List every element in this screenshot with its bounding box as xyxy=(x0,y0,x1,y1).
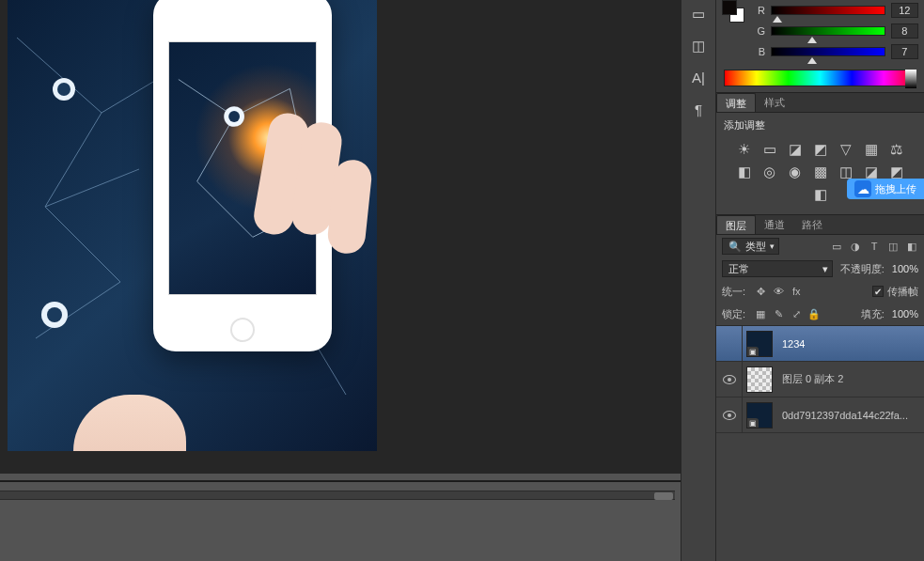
g-channel-label: G xyxy=(754,25,765,37)
scrollbar-thumb[interactable] xyxy=(654,492,673,500)
layer-thumbnail[interactable] xyxy=(746,366,773,393)
vibrance-icon[interactable]: ▽ xyxy=(837,142,855,157)
panel-icon[interactable]: ▭ xyxy=(687,4,710,24)
opacity-value[interactable]: 100% xyxy=(892,263,918,274)
canvas-area[interactable] xyxy=(0,0,681,474)
photo-filter-icon[interactable]: ◎ xyxy=(760,164,779,179)
paragraph-panel-icon[interactable]: ¶ xyxy=(687,100,710,120)
svg-line-1 xyxy=(45,113,102,207)
layer-visibility-toggle[interactable] xyxy=(716,397,743,432)
bw-icon[interactable]: ◧ xyxy=(735,164,754,179)
g-channel-value[interactable]: 8 xyxy=(891,23,918,39)
layer-row[interactable]: 图层 0 副本 2 xyxy=(716,362,924,397)
color-balance-icon[interactable]: ⚖ xyxy=(887,142,906,157)
hue-sat-icon[interactable]: ▦ xyxy=(862,142,881,157)
propagate-checkbox[interactable]: ✔ xyxy=(872,286,884,297)
lock-pixels-icon[interactable]: ✎ xyxy=(771,308,786,320)
gradient-map-icon[interactable]: ◧ xyxy=(811,187,830,202)
layer-row[interactable]: ▣ 1234 xyxy=(716,326,924,362)
r-channel-slider[interactable] xyxy=(771,6,885,15)
svg-line-9 xyxy=(45,169,139,207)
svg-line-2 xyxy=(45,207,120,282)
filter-smart-icon[interactable]: ◧ xyxy=(905,241,918,253)
curves-icon[interactable]: ◪ xyxy=(786,142,805,157)
r-channel-value[interactable]: 12 xyxy=(891,3,918,18)
layer-filter-toolbar: 🔍 类型 ▾ ▭ ◑ T ◫ ◧ xyxy=(716,235,924,257)
layer-filter-kind-select[interactable]: 🔍 类型 ▾ xyxy=(722,238,779,255)
drag-upload-button[interactable]: ☁ 拖拽上传 xyxy=(847,179,924,199)
panel-icon[interactable]: ◫ xyxy=(687,36,710,56)
svg-line-18 xyxy=(197,181,253,237)
blend-mode-select[interactable]: 正常 ▾ xyxy=(722,260,833,277)
layer-name[interactable]: 1234 xyxy=(776,338,918,350)
layer-name[interactable]: 0dd7912397dda144c22fa... xyxy=(776,410,918,421)
svg-point-12 xyxy=(57,83,70,96)
phone-home-button xyxy=(230,318,255,342)
fill-label: 填充: xyxy=(861,307,885,321)
posterize-icon[interactable]: ◪ xyxy=(862,164,881,179)
spectrum-bar[interactable] xyxy=(724,70,916,86)
filter-type-icon[interactable]: T xyxy=(868,241,881,253)
lock-transparent-icon[interactable]: ▦ xyxy=(753,308,768,320)
layer-name[interactable]: 图层 0 副本 2 xyxy=(776,372,918,386)
layer-thumbnail[interactable]: ▣ xyxy=(746,331,773,357)
exposure-icon[interactable]: ◩ xyxy=(811,142,830,157)
layer-visibility-toggle[interactable] xyxy=(716,326,743,361)
tab-adjustments[interactable]: 调整 xyxy=(716,93,756,112)
svg-point-21 xyxy=(228,111,240,122)
unify-visibility-icon[interactable]: 👁 xyxy=(771,286,786,297)
fill-value[interactable]: 100% xyxy=(892,308,918,319)
color-lookup-icon[interactable]: ▩ xyxy=(811,164,830,179)
lock-label: 锁定: xyxy=(722,307,745,321)
filter-pixel-icon[interactable]: ▭ xyxy=(830,241,843,253)
eye-icon xyxy=(723,411,736,420)
collapsed-panel-dock[interactable]: ▭ ◫ A| ¶ xyxy=(681,0,716,561)
layers-list: ▣ 1234 图层 0 副本 2 ▣ 0dd7912397dda144c22fa… xyxy=(716,325,924,433)
layer-visibility-toggle[interactable] xyxy=(716,362,743,397)
svg-line-0 xyxy=(17,38,102,113)
horizontal-scrollbar[interactable] xyxy=(0,491,675,500)
bw-ramp[interactable] xyxy=(905,70,916,88)
smart-object-badge-icon: ▣ xyxy=(746,418,759,429)
svg-line-15 xyxy=(197,117,234,181)
filter-shape-icon[interactable]: ◫ xyxy=(886,241,900,253)
filter-adjustment-icon[interactable]: ◑ xyxy=(849,241,862,253)
svg-line-19 xyxy=(253,210,308,238)
threshold-icon[interactable]: ◩ xyxy=(887,164,906,179)
tab-layers[interactable]: 图层 xyxy=(716,215,756,234)
b-channel-slider[interactable] xyxy=(771,47,885,56)
svg-line-17 xyxy=(290,88,308,172)
phone-mockup xyxy=(153,0,332,351)
lock-all-icon[interactable]: 🔒 xyxy=(807,308,822,320)
invert-icon[interactable]: ◫ xyxy=(837,164,855,179)
propagate-label: 传播帧 xyxy=(887,285,918,299)
adjustments-tab-bar: 调整 样式 xyxy=(716,92,924,113)
g-channel-slider[interactable] xyxy=(771,26,885,36)
tab-paths[interactable]: 路径 xyxy=(793,215,831,234)
lock-position-icon[interactable]: ⤢ xyxy=(789,308,804,320)
opacity-label: 不透明度: xyxy=(840,262,885,276)
tab-styles[interactable]: 样式 xyxy=(756,93,793,112)
unify-style-icon[interactable]: fx xyxy=(789,286,804,297)
unify-label: 统一: xyxy=(722,285,745,299)
blend-mode-value: 正常 xyxy=(728,262,749,276)
brightness-contrast-icon[interactable]: ☀ xyxy=(735,142,754,157)
b-channel-value[interactable]: 7 xyxy=(891,44,918,59)
layer-row[interactable]: ▣ 0dd7912397dda144c22fa... xyxy=(716,397,924,433)
foreground-color-swatch[interactable] xyxy=(722,0,737,15)
layer-thumbnail[interactable]: ▣ xyxy=(746,402,773,429)
document-canvas[interactable] xyxy=(8,0,377,451)
chevron-down-icon: ▾ xyxy=(822,263,828,275)
levels-icon[interactable]: ▭ xyxy=(760,142,779,157)
smart-object-badge-icon: ▣ xyxy=(746,347,759,357)
b-channel-label: B xyxy=(754,46,765,57)
foreground-background-swatch[interactable] xyxy=(722,0,746,24)
unify-position-icon[interactable]: ✥ xyxy=(753,286,768,298)
status-area xyxy=(0,500,681,561)
layers-tab-bar: 图层 通道 路径 xyxy=(716,214,924,235)
channel-mixer-icon[interactable]: ◉ xyxy=(786,164,805,179)
character-panel-icon[interactable]: A| xyxy=(687,68,710,88)
phone-screen xyxy=(168,41,317,295)
tab-channels[interactable]: 通道 xyxy=(756,215,793,234)
layers-panel: 图层 通道 路径 🔍 类型 ▾ ▭ ◑ T ◫ ◧ 正常 ▾ 不透明度: 100… xyxy=(716,212,924,561)
